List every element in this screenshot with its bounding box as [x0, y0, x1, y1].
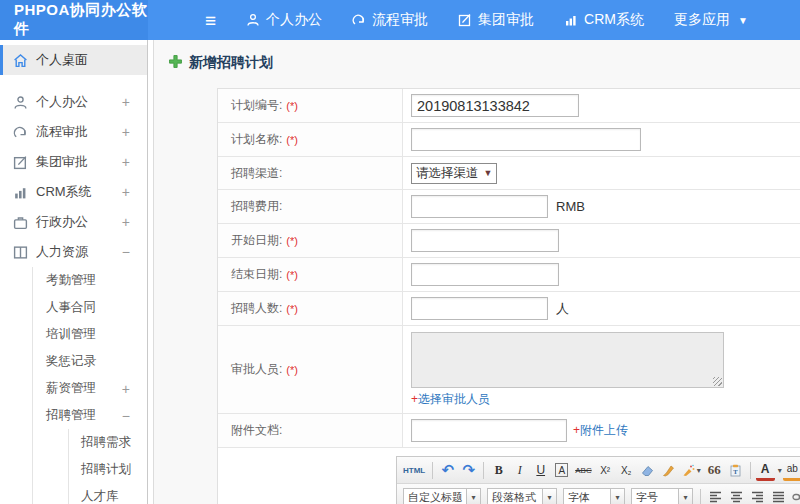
caret-down-icon: ▾: [467, 488, 481, 504]
subscript-button[interactable]: X₂: [617, 460, 636, 481]
html-source-button[interactable]: HTML: [401, 460, 427, 481]
expand-toggle-icon[interactable]: +: [122, 124, 130, 140]
nav-crm-system[interactable]: CRM系统: [564, 11, 644, 29]
add-plus-icon: [169, 55, 182, 71]
approver-textarea[interactable]: [411, 332, 724, 388]
resize-handle[interactable]: [713, 377, 722, 386]
field-label: 开始日期:: [231, 232, 282, 249]
superscript-button[interactable]: X²: [596, 460, 615, 481]
sidebar-item-rewards[interactable]: 奖惩记录: [33, 348, 147, 375]
caret-down-icon: ▾: [697, 466, 701, 475]
highlight-color-button[interactable]: ab: [783, 460, 800, 481]
sidebar-item-attendance[interactable]: 考勤管理: [33, 267, 147, 294]
italic-button[interactable]: I: [510, 460, 529, 481]
align-right-icon[interactable]: [748, 487, 767, 504]
strikethrough-button[interactable]: ABC: [573, 460, 593, 481]
channel-select[interactable]: 请选择渠道 ▼: [411, 163, 497, 184]
plan-no-input[interactable]: [411, 94, 579, 117]
sidebar-item-group-approval[interactable]: 集团审批 +: [0, 147, 147, 177]
edit-icon: [458, 13, 472, 27]
editor-toolbar-row1: HTML ↶ ↷ B I U A ABC X² X₂: [397, 457, 800, 484]
field-label: 招聘费用:: [231, 198, 282, 215]
sidebar-item-personal-office[interactable]: 个人办公 +: [0, 87, 147, 117]
caret-down-icon[interactable]: ▾: [778, 466, 782, 475]
custom-heading-dropdown[interactable]: 自定义标题 ▾: [403, 488, 481, 504]
top-nav: ≡ 个人办公 流程审批 集团审批 CRM系统 更多应用 ▼: [148, 0, 800, 40]
paste-text-icon[interactable]: T: [726, 460, 745, 481]
fee-input[interactable]: [411, 195, 548, 218]
required-marker: (*): [286, 269, 298, 281]
char-border-button[interactable]: A: [555, 463, 568, 477]
sidebar-item-salary[interactable]: 薪资管理 +: [33, 375, 147, 402]
sidebar-item-hr[interactable]: 人力资源 −: [0, 237, 147, 267]
font-size-dropdown[interactable]: 字号 ▾: [631, 488, 693, 504]
recruit-plan-form: 计划编号: (*) 计划名称: (*) 招聘渠道:: [217, 88, 800, 504]
sidebar-item-admin-office[interactable]: 行政办公 +: [0, 207, 147, 237]
font-color-button[interactable]: A: [756, 460, 775, 481]
blockquote-button[interactable]: 66: [705, 460, 724, 481]
required-marker: (*): [286, 303, 298, 315]
start-date-input[interactable]: [411, 229, 559, 252]
justify-icon[interactable]: [769, 487, 788, 504]
home-icon: [13, 53, 28, 68]
choose-approver-link[interactable]: +选择审批人员: [411, 391, 490, 408]
plan-name-input[interactable]: [411, 128, 641, 151]
nav-workflow-approval[interactable]: 流程审批: [352, 11, 428, 29]
sidebar: 个人桌面 个人办公 + 流程审批 + 集团审批 + CRM系统 + 行政办公 +: [0, 40, 148, 504]
headcount-unit-label: 人: [556, 300, 569, 318]
sidebar-item-recruitment[interactable]: 招聘管理 −: [33, 402, 147, 429]
nav-more-apps[interactable]: 更多应用 ▼: [674, 11, 748, 29]
headcount-input[interactable]: [411, 297, 548, 320]
bold-button[interactable]: B: [489, 460, 508, 481]
form-row-plan-no: 计划编号: (*): [218, 89, 800, 123]
align-left-icon[interactable]: [706, 487, 725, 504]
sidebar-item-talent-pool[interactable]: 人才库: [69, 483, 147, 504]
end-date-input[interactable]: [411, 263, 559, 286]
form-row-end-date: 结束日期: (*): [218, 258, 800, 292]
font-family-dropdown[interactable]: 字体 ▾: [563, 488, 625, 504]
eraser-icon[interactable]: [638, 460, 657, 481]
expand-toggle-icon[interactable]: +: [122, 184, 130, 200]
menu-toggle-icon[interactable]: ≡: [205, 11, 216, 30]
sidebar-item-crm[interactable]: CRM系统 +: [0, 177, 147, 207]
nav-group-approval[interactable]: 集团审批: [458, 11, 534, 29]
expand-toggle-icon[interactable]: +: [122, 381, 130, 397]
form-row-attachment: 附件文档: +附件上传: [218, 414, 800, 448]
align-center-icon[interactable]: [727, 487, 746, 504]
field-label: 招聘人数:: [231, 300, 282, 317]
user-icon: [13, 95, 28, 110]
form-row-editor: HTML ↶ ↷ B I U A ABC X² X₂: [218, 448, 800, 504]
nav-personal-office[interactable]: 个人办公: [246, 11, 322, 29]
link-icon[interactable]: [790, 487, 800, 504]
field-label: 审批人员:: [231, 361, 282, 378]
sidebar-item-recruit-plan[interactable]: 招聘计划: [69, 456, 147, 483]
collapse-toggle-icon[interactable]: −: [122, 408, 130, 424]
expand-toggle-icon[interactable]: +: [122, 154, 130, 170]
caret-down-icon: ▾: [611, 488, 625, 504]
undo-icon[interactable]: ↶: [438, 460, 457, 481]
sidebar-item-training[interactable]: 培训管理: [33, 321, 147, 348]
main-content: 新增招聘计划 计划编号: (*) 计划名称: (*): [154, 40, 800, 504]
field-label: 招聘渠道:: [231, 165, 282, 182]
form-row-fee: 招聘费用: RMB: [218, 190, 800, 224]
fee-unit-label: RMB: [556, 199, 585, 214]
redo-icon[interactable]: ↷: [459, 460, 478, 481]
field-label: 计划编号:: [231, 97, 282, 114]
paragraph-format-dropdown[interactable]: 段落格式 ▾: [487, 488, 557, 504]
magic-brush-icon[interactable]: ▾: [680, 460, 703, 481]
svg-text:T: T: [733, 468, 738, 475]
sidebar-item-desktop[interactable]: 个人桌面: [0, 45, 147, 75]
expand-toggle-icon[interactable]: +: [122, 214, 130, 230]
editor-toolbar-row2: 自定义标题 ▾ 段落格式 ▾ 字体 ▾: [397, 484, 800, 504]
sidebar-item-workflow-approval[interactable]: 流程审批 +: [0, 117, 147, 147]
collapse-toggle-icon[interactable]: −: [122, 244, 130, 260]
briefcase-icon: [13, 215, 28, 230]
attachment-input[interactable]: [411, 419, 567, 442]
format-painter-icon[interactable]: [659, 460, 678, 481]
attachment-upload-link[interactable]: +附件上传: [573, 422, 628, 439]
sidebar-item-hr-contract[interactable]: 人事合同: [33, 294, 147, 321]
underline-button[interactable]: U: [531, 460, 550, 481]
required-marker: (*): [286, 100, 298, 112]
sidebar-item-recruit-demand[interactable]: 招聘需求: [69, 429, 147, 456]
expand-toggle-icon[interactable]: +: [122, 94, 130, 110]
